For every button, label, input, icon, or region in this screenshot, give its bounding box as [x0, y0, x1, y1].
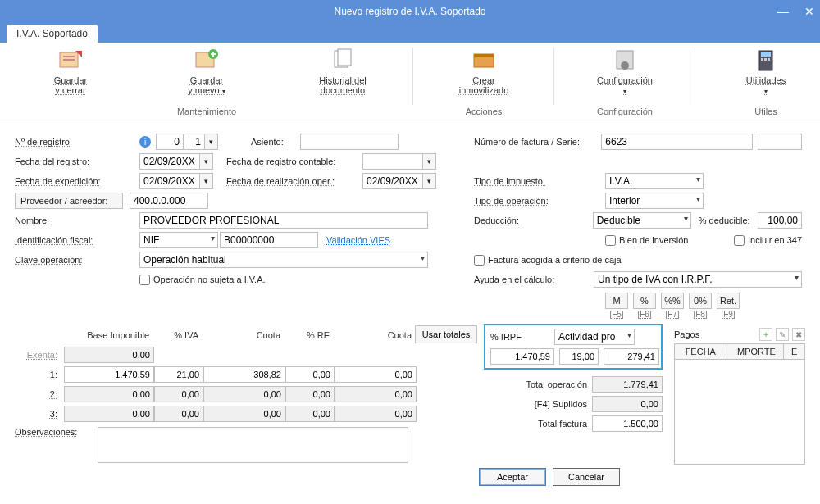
- fecha-expedicion-dropdown[interactable]: ▾: [200, 173, 213, 189]
- label-nombre: Nombre:: [15, 216, 139, 225]
- configuracion-button[interactable]: Configuración▾: [558, 44, 692, 98]
- label-tipo-impuesto: Tipo de impuesto:: [474, 176, 605, 186]
- actividad-pro-select[interactable]: Actividad pro: [554, 329, 635, 345]
- close-button[interactable]: ✕: [802, 5, 817, 18]
- base2-input[interactable]: [64, 386, 154, 402]
- minimize-button[interactable]: —: [776, 5, 790, 18]
- n-registro-dropdown[interactable]: ▾: [205, 134, 218, 150]
- label-asiento: Asiento:: [251, 137, 300, 147]
- hint-f8: [F8]: [689, 310, 712, 319]
- hdr-pct-re: % RE: [285, 330, 335, 340]
- aceptar-button[interactable]: Aceptar: [479, 468, 546, 486]
- re1-input[interactable]: [285, 366, 335, 383]
- serie-input[interactable]: [758, 134, 802, 150]
- mini-pctpct-button[interactable]: %%: [661, 293, 684, 309]
- historial-button[interactable]: Historial del documento: [276, 44, 410, 98]
- clave-op-select[interactable]: Operación habitual: [139, 252, 428, 268]
- label-id-fiscal: Identificación fiscal:: [15, 235, 139, 245]
- th-importe[interactable]: IMPORTE: [727, 344, 784, 360]
- tipo-impuesto-select[interactable]: I.V.A.: [605, 173, 704, 189]
- ribbon-group-utiles: Útiles: [699, 107, 820, 118]
- irpf-pct-input[interactable]: [559, 348, 599, 365]
- label-tipo-operacion: Tipo de operación:: [474, 196, 605, 206]
- label-proveedor[interactable]: Proveedor / acreedor:: [15, 193, 123, 209]
- pagos-table[interactable]: FECHA IMPORTE E: [674, 343, 805, 360]
- fecha-registro-input[interactable]: [139, 153, 200, 170]
- th-fecha[interactable]: FECHA: [675, 344, 727, 360]
- usar-totales-button[interactable]: Usar totales: [415, 325, 477, 343]
- re3-input[interactable]: [285, 406, 335, 422]
- utilidades-button[interactable]: Utilidades▾: [699, 44, 820, 98]
- edit-pago-icon[interactable]: ✎: [776, 328, 789, 341]
- proveedor-input[interactable]: [130, 193, 208, 209]
- ayuda-calculo-select[interactable]: Un tipo de IVA con I.R.P.F.: [594, 271, 802, 288]
- label-ayuda-calculo: Ayuda en el cálculo:: [474, 275, 594, 284]
- bien-inversion-checkbox[interactable]: Bien de inversión: [605, 235, 688, 246]
- incluir-347-checkbox[interactable]: Incluir en 347: [734, 235, 802, 246]
- label-fecha-real-oper: Fecha de realización oper.:: [226, 176, 362, 186]
- cuotare2-input[interactable]: [335, 386, 417, 402]
- cuota3-input[interactable]: [203, 406, 285, 422]
- fecha-reg-contable-input[interactable]: [362, 153, 423, 170]
- mini-ret-button[interactable]: Ret.: [717, 293, 740, 309]
- iva1-input[interactable]: [154, 366, 203, 383]
- pct-deducible-input[interactable]: [758, 212, 802, 229]
- label-fecha-expedicion: Fecha de expedición:: [15, 176, 139, 186]
- guardar-cerrar-button[interactable]: Guardar y cerrar: [3, 44, 138, 98]
- mini-0pct-button[interactable]: 0%: [689, 293, 712, 309]
- add-pago-icon[interactable]: ＋: [759, 328, 772, 341]
- n-registro-a-input[interactable]: [156, 134, 184, 150]
- op-no-sujeta-checkbox[interactable]: Operación no sujeta a I.V.A.: [139, 275, 266, 285]
- delete-pago-icon[interactable]: ✖: [792, 328, 805, 341]
- base3-input[interactable]: [64, 406, 154, 422]
- hdr-cuota-re: Cuota: [335, 330, 417, 340]
- validacion-vies-link[interactable]: Validación VIES: [326, 235, 390, 245]
- nombre-input[interactable]: [139, 212, 428, 229]
- crear-inmovilizado-button[interactable]: Crear inmovilizado: [417, 44, 551, 97]
- calculator-icon: [753, 48, 779, 74]
- n-registro-b-input[interactable]: [184, 134, 205, 150]
- th-e[interactable]: E: [784, 344, 805, 360]
- num-factura-input[interactable]: [601, 134, 753, 150]
- label-fecha-reg-contable: Fecha de registro contable:: [226, 157, 362, 166]
- mini-m-button[interactable]: M: [605, 293, 628, 309]
- cancelar-button[interactable]: Cancelar: [553, 468, 620, 486]
- cuotare3-input[interactable]: [335, 406, 417, 422]
- fecha-registro-dropdown[interactable]: ▾: [200, 153, 213, 170]
- svg-rect-2: [63, 59, 75, 61]
- label-num-factura: Número de factura / Serie:: [474, 137, 601, 147]
- iva3-input[interactable]: [154, 406, 203, 422]
- fecha-real-oper-dropdown[interactable]: ▾: [423, 173, 436, 189]
- pagos-body[interactable]: [674, 360, 805, 465]
- tabstrip: I.V.A. Soportado: [0, 23, 820, 43]
- info-icon[interactable]: i: [139, 136, 151, 148]
- fecha-reg-contable-dropdown[interactable]: ▾: [423, 153, 436, 170]
- re2-input[interactable]: [285, 386, 335, 402]
- cuota2-input[interactable]: [203, 386, 285, 402]
- hint-f6: [F6]: [633, 310, 656, 319]
- factura-criterio-caja-checkbox[interactable]: Factura acogida a criterio de caja: [474, 255, 622, 266]
- deduccion-select[interactable]: Deducible: [593, 212, 691, 229]
- exenta-input[interactable]: [64, 347, 154, 363]
- id-fiscal-tipo-select[interactable]: NIF: [139, 232, 218, 248]
- total-operacion-input: [592, 376, 663, 393]
- fecha-expedicion-input[interactable]: [139, 173, 200, 189]
- tab-iva-soportado[interactable]: I.V.A. Soportado: [7, 25, 98, 43]
- iva2-input[interactable]: [154, 386, 203, 402]
- cuotare1-input[interactable]: [335, 366, 417, 383]
- irpf-cuota-input[interactable]: [604, 348, 659, 365]
- base1-input[interactable]: [64, 366, 154, 383]
- guardar-nuevo-button[interactable]: Guardar y nuevo ▾: [139, 44, 274, 98]
- fecha-real-oper-input[interactable]: [362, 173, 423, 189]
- mini-pct-button[interactable]: %: [633, 293, 656, 309]
- id-fiscal-num-input[interactable]: [220, 232, 318, 248]
- tipo-operacion-select[interactable]: Interior: [605, 193, 704, 209]
- label-n-registro: Nº de registro:: [15, 137, 139, 147]
- svg-point-10: [621, 61, 629, 70]
- irpf-base-input[interactable]: [490, 348, 554, 365]
- cuota1-input[interactable]: [203, 366, 285, 383]
- total-factura-input[interactable]: [592, 415, 663, 432]
- observaciones-input[interactable]: [98, 427, 408, 463]
- suplidos-input[interactable]: [592, 396, 663, 412]
- asiento-input[interactable]: [300, 134, 399, 150]
